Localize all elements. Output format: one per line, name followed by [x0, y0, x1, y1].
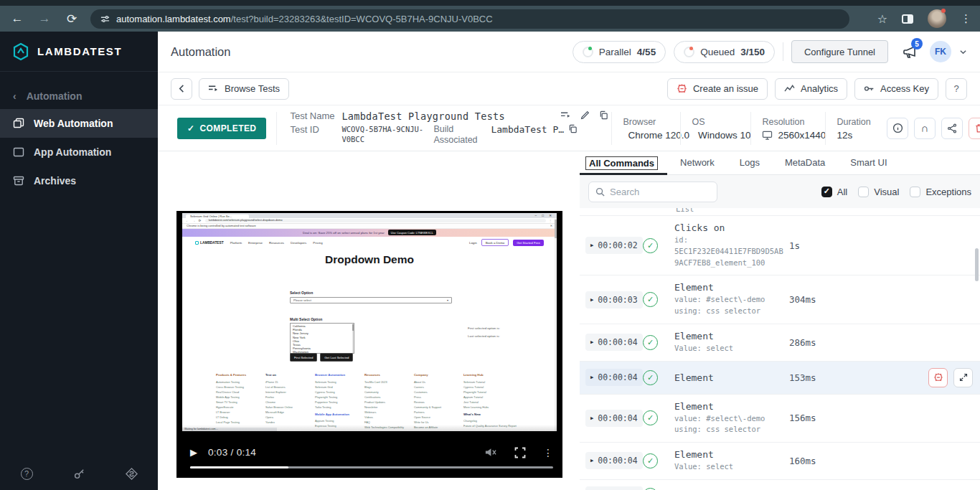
filter-checkbox[interactable]: All: [821, 187, 847, 197]
collapse-icon[interactable]: ‹: [13, 90, 17, 102]
url-bar[interactable]: automation.lambdatest.com/test?build=232…: [90, 9, 849, 29]
resolution-cell: Resolution 2560x1440: [750, 112, 825, 145]
mute-icon[interactable]: [484, 446, 497, 458]
fullscreen-icon[interactable]: [514, 447, 526, 458]
mini-page-heading: Dropdown Demo: [182, 253, 557, 266]
create-issue-button[interactable]: Create an issue: [667, 78, 768, 100]
test-info-bar: ✓ COMPLETED Test Name LambdaTest Playgro…: [158, 105, 980, 151]
panel-tab[interactable]: All Commands: [585, 156, 658, 170]
command-timestamp[interactable]: ▶ 00:00:04: [585, 452, 643, 469]
command-duration: 1s: [789, 240, 800, 251]
command-timestamp[interactable]: ▶ 00:00:03: [585, 291, 643, 308]
queued-spinner-icon: [684, 47, 694, 57]
commands-panel: All Commands Network Logs MetaData Smart…: [580, 152, 980, 490]
mini-login: Login: [469, 241, 477, 245]
divider: [276, 112, 277, 145]
copy-icon[interactable]: [599, 110, 608, 120]
page-title: Automation: [171, 45, 230, 59]
command-row[interactable]: ▶ 00:00:05 ✓ Element 149ms: [580, 480, 980, 490]
back-to-builds-button[interactable]: [171, 78, 192, 100]
sidebar-item-web-automation[interactable]: Web Automation: [0, 109, 158, 138]
os-cell: OS Windows 10: [680, 112, 750, 145]
search-input[interactable]: [610, 187, 703, 197]
delete-button[interactable]: [969, 118, 980, 139]
command-title: Clicks on: [674, 222, 789, 233]
command-list: List ▶ 00:00:02 ✓ Clicks on id: 5EC: [580, 208, 980, 490]
access-key-button[interactable]: Access Key: [854, 78, 938, 100]
panel-tab[interactable]: MetaData: [782, 156, 828, 169]
browser-menu-icon[interactable]: ⋮: [961, 12, 971, 25]
panel-tab[interactable]: Logs: [737, 156, 763, 169]
forward-icon[interactable]: →: [36, 11, 53, 26]
configure-tunnel-button[interactable]: Configure Tunnel: [791, 40, 888, 63]
command-timestamp[interactable]: ▶ 00:00:05: [585, 486, 643, 490]
mini-select-dropdown: Please select▾: [290, 297, 452, 303]
panel-scrollbar[interactable]: [975, 248, 979, 281]
command-timestamp[interactable]: ▶ 00:00:04: [585, 369, 643, 386]
mini-url: lambdatest.com/selenium-playground/selec…: [205, 219, 546, 223]
sidebar-item-app-automation[interactable]: App Automation: [0, 138, 158, 166]
command-row[interactable]: ▶ 00:00:03 ✓ Element value: #select\-dem…: [580, 275, 980, 324]
access-key-icon: [864, 84, 875, 93]
success-check-icon: ✓: [643, 410, 658, 425]
command-row[interactable]: ▶ 00:00:04 ✓ Element value: #select\-dem…: [580, 395, 980, 443]
search-box[interactable]: [588, 182, 717, 202]
browse-tests-button[interactable]: Browse Tests: [199, 78, 289, 100]
command-duration: 304ms: [789, 294, 816, 305]
help-button[interactable]: ?: [946, 78, 967, 100]
command-row[interactable]: ▶ 00:00:04 ✓ Element Value: select 286ms: [580, 324, 980, 362]
filter-checkbox[interactable]: Exceptions: [910, 187, 971, 197]
command-row[interactable]: ▶ 00:00:04 ✓ Element Value: select 160ms: [580, 443, 980, 480]
archives-icon: [13, 175, 24, 187]
command-row[interactable]: ▶ 00:00:02 ✓ Clicks on id: 5EC1F232E0441…: [580, 216, 980, 275]
play-icon[interactable]: ▶: [190, 447, 197, 458]
command-detail: value: #select\-demo using: css selector: [674, 294, 789, 317]
mini-logo-icon: [195, 241, 199, 245]
command-timestamp[interactable]: ▶ 00:00:04: [585, 334, 643, 351]
command-duration: 286ms: [789, 337, 816, 348]
user-avatar[interactable]: FK: [930, 41, 951, 62]
copy-icon[interactable]: [568, 124, 578, 133]
analytics-button[interactable]: Analytics: [775, 78, 847, 100]
video-menu-icon[interactable]: ⋮: [543, 447, 553, 458]
bookmark-button[interactable]: ∩: [914, 118, 936, 139]
expand-command-button[interactable]: [953, 368, 973, 387]
build-value: LambdaTest P…: [491, 124, 564, 135]
page-header: Automation Parallel 4/55 Queued 3/150 Co…: [158, 32, 980, 72]
command-timestamp[interactable]: ▶ 00:00:02: [585, 237, 643, 254]
queued-status-pill[interactable]: Queued 3/150: [674, 41, 775, 63]
help-icon[interactable]: ?: [19, 466, 34, 481]
announcements-button[interactable]: 5: [902, 44, 918, 60]
bug-icon: [677, 83, 687, 94]
key-icon[interactable]: [71, 466, 87, 481]
command-timestamp[interactable]: ▶ 00:00:04: [585, 410, 643, 427]
panel-tab[interactable]: Network: [677, 156, 717, 169]
command-queue-icon[interactable]: [560, 110, 571, 120]
filter-checkbox[interactable]: Visual: [858, 187, 899, 197]
report-bug-button[interactable]: [928, 368, 948, 387]
share-button[interactable]: [941, 118, 963, 139]
bookmark-star-icon[interactable]: ☆: [877, 12, 887, 26]
integrations-icon[interactable]: [123, 466, 139, 481]
info-button[interactable]: [887, 118, 908, 139]
clipped-command-row: List: [580, 208, 980, 216]
success-check-icon: ✓: [643, 370, 658, 385]
sidebar-item-archives[interactable]: Archives: [0, 166, 158, 195]
edit-pencil-icon[interactable]: [580, 110, 590, 120]
panel-tab[interactable]: Smart UI: [847, 156, 890, 169]
reload-icon[interactable]: ⟳: [63, 11, 80, 27]
chevron-down-icon[interactable]: [959, 48, 967, 56]
site-settings-icon[interactable]: [100, 14, 110, 24]
test-video-player[interactable]: Selenium Grid Online | Run Se… – □ ✕ ← →…: [176, 211, 562, 478]
back-icon[interactable]: ←: [9, 11, 26, 26]
parallel-status-pill[interactable]: Parallel 4/55: [573, 41, 666, 63]
command-row[interactable]: ▶ 00:00:04 ✓ Element 153ms: [580, 362, 980, 395]
side-panel-icon[interactable]: [902, 14, 913, 24]
sidebar-section-automation[interactable]: ‹ Automation: [0, 90, 158, 102]
success-check-icon: ✓: [643, 238, 658, 253]
mini-footer: Products & Features Automation TestingCr…: [216, 373, 513, 430]
mini-coupon-chip: Use Coupon Code: LTNEWEXCL: [388, 230, 436, 235]
video-progress-bar[interactable]: [190, 466, 553, 469]
mini-book-demo: Book a Demo: [481, 239, 509, 246]
browser-profile-avatar[interactable]: [928, 9, 946, 28]
